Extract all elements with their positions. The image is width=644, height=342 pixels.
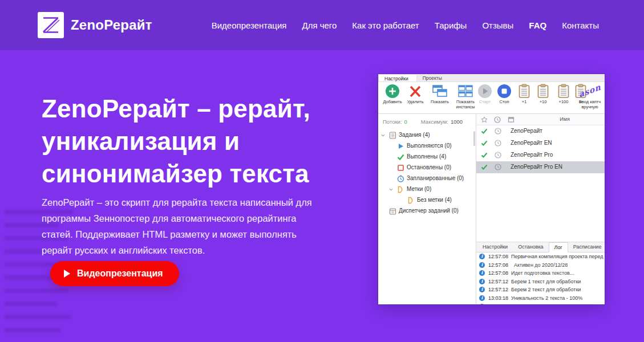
- star-column-icon[interactable]: [481, 116, 488, 123]
- title-line-1: ZenoРерайт – рерайт,: [42, 95, 310, 123]
- clock-icon: [495, 128, 501, 135]
- tree-item-scheduled[interactable]: Запланированные (0): [378, 173, 476, 184]
- log-tab-log[interactable]: Лог: [549, 242, 568, 253]
- nav-pricing[interactable]: Тарифы: [435, 21, 467, 30]
- background-noise: [5, 328, 60, 332]
- background-noise: [5, 302, 57, 306]
- running-play-icon: [397, 142, 404, 150]
- log-row: i 13:03:18 Уникальность 2 текста - 100%: [476, 294, 605, 303]
- max-value: 1000: [451, 119, 463, 125]
- hero-description: ZenoРерайт – это скрипт для рерайта текс…: [42, 194, 321, 258]
- log-panel: Настройки Остановка Лог Расписание i 12:…: [476, 242, 605, 304]
- task-row-selected[interactable]: ZenoРерайт Pro EN: [476, 161, 605, 173]
- clock-icon: [495, 164, 501, 170]
- check-icon: [481, 140, 488, 146]
- info-icon: i: [479, 287, 485, 292]
- task-row[interactable]: ZenoРерайт Pro: [476, 149, 605, 161]
- play-icon: [64, 270, 70, 278]
- main-nav: Видеопрезентация Для чего Как это работа…: [212, 0, 599, 50]
- tree-item-labels[interactable]: Метки (0): [378, 184, 476, 195]
- brand-name: ZenoРерайт: [71, 17, 152, 33]
- background-noise: [5, 288, 68, 293]
- log-row: i 12:57:08 Первичная компиляция проекта …: [476, 253, 605, 261]
- toolbar-manual-captcha-button[interactable]: ason Ввод каптч вручную: [574, 84, 605, 109]
- tree-item-stopped[interactable]: Остановлены (0): [378, 162, 476, 173]
- tab-projects[interactable]: Проекты: [417, 74, 450, 82]
- tasks-tree: Задания (4) Выполняются (0) Выполнены (4…: [378, 130, 476, 217]
- tree-item-completed[interactable]: Выполнены (4): [378, 152, 476, 162]
- log-row: i 12:57:12 Берем 2 текст для обработки: [476, 286, 605, 294]
- info-icon: i: [479, 295, 485, 301]
- video-presentation-button[interactable]: Видеопрезентация: [50, 261, 179, 286]
- label-tag-icon: [407, 197, 415, 204]
- expander-icon[interactable]: [381, 133, 385, 137]
- tree-item-task-dispatcher[interactable]: Диспетчер заданий (0): [378, 206, 476, 217]
- name-column-header[interactable]: Имя: [545, 116, 585, 122]
- title-line-3: синонимайзер текста: [42, 160, 309, 188]
- window-column-icon[interactable]: [508, 116, 515, 123]
- clock-icon: [495, 140, 501, 146]
- info-icon: i: [479, 262, 485, 268]
- log-row: i 12:57:08 Активен до 2020/12/28: [476, 261, 605, 270]
- window-tab-bar: Настройки Проекты: [378, 74, 605, 82]
- nav-how-it-works[interactable]: Как это работает: [352, 21, 419, 30]
- task-list-header: Имя: [476, 114, 605, 125]
- label-tag-icon: [397, 186, 404, 193]
- completed-check-icon: [397, 153, 404, 161]
- dispatcher-calendar-icon: [389, 207, 396, 215]
- max-label: Максимум:: [421, 119, 448, 125]
- tree-item-tasks[interactable]: Задания (4): [378, 130, 476, 141]
- task-row[interactable]: ZenoРерайт: [476, 125, 605, 137]
- tab-settings[interactable]: Настройки: [378, 74, 417, 82]
- threads-value: 0: [404, 119, 407, 125]
- scheduled-clock-icon: [397, 175, 404, 182]
- log-row: i 13:03:20 Пустая папка с текстами.: [476, 303, 605, 304]
- check-icon: [481, 128, 488, 135]
- log-tab-bar: Настройки Остановка Лог Расписание: [476, 242, 605, 253]
- log-tab-settings[interactable]: Настройки: [477, 242, 513, 252]
- page-title: ZenoРерайт – рерайт, уникализация и сино…: [42, 92, 310, 190]
- info-icon: i: [479, 279, 485, 284]
- log-row: i 12:57:08 Идет подготовка текстов...: [476, 269, 605, 278]
- log-tab-schedule[interactable]: Расписание: [568, 242, 605, 252]
- tasks-list-icon: [389, 132, 396, 139]
- cta-label: Видеопрезентация: [77, 268, 163, 279]
- threads-label: Потоки:: [383, 119, 402, 125]
- stopped-square-icon: [397, 164, 404, 172]
- zennoposter-app-window: Настройки Проекты Добавить Удалить Показ…: [378, 74, 605, 304]
- background-noise: [5, 315, 71, 319]
- clock-icon: [495, 152, 501, 158]
- task-row[interactable]: ZenoРерайт EN: [476, 137, 605, 149]
- logo[interactable]: ZenoРерайт: [38, 12, 152, 38]
- check-icon: [481, 152, 488, 158]
- info-icon: i: [479, 304, 485, 304]
- info-icon: i: [479, 254, 485, 259]
- nav-reviews[interactable]: Отзывы: [482, 21, 513, 30]
- tasks-tree-panel: Потоки: 0 Максимум: 1000 Задания (4) Вып…: [378, 114, 476, 304]
- tree-item-no-label[interactable]: Без метки (4): [378, 195, 476, 206]
- expander-icon[interactable]: [389, 188, 393, 192]
- app-toolbar: Добавить Удалить Показать Показать инста…: [378, 82, 605, 114]
- nav-what-for[interactable]: Для чего: [302, 21, 337, 30]
- tree-item-running[interactable]: Выполняются (0): [378, 141, 476, 152]
- nav-contacts[interactable]: Контакты: [562, 21, 599, 30]
- logo-z-icon: [38, 12, 64, 38]
- info-icon: i: [479, 270, 485, 276]
- log-rows: i 12:57:08 Первичная компиляция проекта …: [476, 253, 605, 304]
- tree-scrollbar[interactable]: [473, 131, 475, 146]
- captcha-scribble-icon: ason: [574, 84, 605, 99]
- threads-status-bar: Потоки: 0 Максимум: 1000: [378, 119, 476, 125]
- check-icon: [481, 164, 488, 170]
- nav-video-presentation[interactable]: Видеопрезентация: [212, 21, 287, 30]
- log-row: i 12:57:12 Берем 1 текст для обработки: [476, 278, 605, 286]
- log-tab-stop[interactable]: Остановка: [513, 242, 548, 252]
- nav-faq[interactable]: FAQ: [529, 21, 546, 30]
- site-header: ZenoРерайт Видеопрезентация Для чего Как…: [0, 0, 644, 50]
- clock-column-icon[interactable]: [494, 116, 501, 123]
- title-line-2: уникализация и: [42, 127, 240, 155]
